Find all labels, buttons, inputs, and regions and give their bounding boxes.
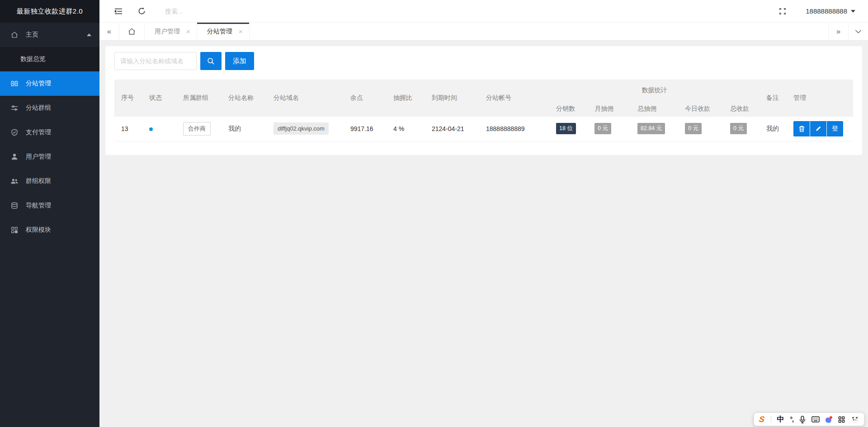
global-search-input[interactable] <box>165 8 355 15</box>
paw-dot <box>830 416 832 419</box>
cell-commission-rate: 4 % <box>387 117 425 141</box>
total-income-badge: 0 元 <box>730 123 747 134</box>
sidebar-item-label: 导航管理 <box>26 202 51 210</box>
refresh-icon[interactable] <box>137 7 146 15</box>
tabs-scroll-left-button[interactable]: « <box>99 23 119 40</box>
add-button[interactable]: 添加 <box>225 52 254 70</box>
sidebar-item-label: 数据总览 <box>20 55 46 63</box>
content-area: 添加 序号 状态 所属群组 分站名称 分站域名 余点 <box>99 41 868 427</box>
sites-table: 序号 状态 所属群组 分站名称 分站域名 余点 抽拥比 到期时间 分站帐号 数据… <box>114 80 853 141</box>
topbar-right: 18888888888 <box>778 7 868 15</box>
sidebar-item-user-management[interactable]: 用户管理 <box>0 145 99 169</box>
today-income-badge: 0 元 <box>685 123 702 134</box>
col-expire-date: 到期时间 <box>425 80 479 117</box>
tabs-menu-button[interactable] <box>848 23 868 40</box>
home-icon <box>10 31 19 39</box>
caret-up-icon <box>87 33 91 36</box>
punctuation-mode-icon[interactable]: °, <box>790 416 794 422</box>
archive-icon <box>10 202 19 210</box>
sidebar-item-data-overview[interactable]: 数据总览 <box>0 47 99 71</box>
search-button[interactable] <box>200 52 222 70</box>
shield-check-icon <box>10 128 19 136</box>
users-icon <box>10 177 19 185</box>
sogou-logo-icon[interactable]: S <box>759 415 765 423</box>
modules-icon <box>10 226 19 234</box>
sidebar-item-group-permissions[interactable]: 群组权限 <box>0 169 99 193</box>
col-total-commission: 总抽佣 <box>631 101 678 117</box>
tabs-scroll-right-button[interactable]: » <box>828 23 848 40</box>
col-balance: 余点 <box>344 80 387 117</box>
sidebar-item-label: 主页 <box>26 31 38 39</box>
domain-tag[interactable]: dlffjq02.qkvip.com <box>274 122 329 135</box>
col-today-income: 今日收款 <box>678 101 723 117</box>
pencil-icon <box>815 125 822 132</box>
table-row: 13 合作商 我的 dlffjq02.qkvip.com 9917.16 4 %… <box>114 117 853 141</box>
col-status: 状态 <box>142 80 176 117</box>
sidebar-item-navigation-management[interactable]: 导航管理 <box>0 193 99 218</box>
language-mode-icon[interactable]: 中 <box>777 416 784 423</box>
row-action-group: 登 <box>793 121 843 136</box>
sidebar-item-site-management[interactable]: 分站管理 <box>0 71 99 96</box>
username: 18888888888 <box>806 7 847 15</box>
distributors-badge: 18 位 <box>556 123 576 134</box>
col-remark: 备注 <box>760 80 787 117</box>
col-group: 所属群组 <box>176 80 222 117</box>
tab-user-management[interactable]: 用户管理 × <box>145 23 197 40</box>
group-tag: 合作商 <box>183 122 211 136</box>
cell-account: 18888888889 <box>479 117 549 141</box>
mascot-icon[interactable] <box>851 415 859 423</box>
sidebar-item-home[interactable]: 主页 <box>0 23 99 47</box>
tab-home-button[interactable] <box>119 23 145 40</box>
col-manage: 管理 <box>787 80 853 117</box>
col-domain: 分站域名 <box>267 80 344 117</box>
cell-group: 合作商 <box>176 117 222 141</box>
col-total-income: 总收款 <box>723 101 760 117</box>
microphone-icon[interactable] <box>799 416 806 423</box>
sidebar-item-label: 用户管理 <box>26 153 51 161</box>
sidebar-item-label: 支付管理 <box>26 128 51 136</box>
columns-icon <box>10 80 19 88</box>
cell-expire-date: 2124-04-21 <box>425 117 479 141</box>
col-site-name: 分站名称 <box>222 80 267 117</box>
cell-seq: 13 <box>114 117 142 141</box>
app-title: 最新独立收款进群2.0 <box>0 0 99 23</box>
tabbar-spacer <box>250 23 828 40</box>
total-commission-badge: 82.84 元 <box>637 123 665 134</box>
sidebar-submenu: 数据总览 <box>0 47 99 71</box>
tab-bar: « 用户管理 × 分站管理 × » <box>99 23 868 41</box>
sidebar-item-payment-management[interactable]: 支付管理 <box>0 120 99 145</box>
sidebar-item-label: 群组权限 <box>26 177 51 185</box>
tab-site-management[interactable]: 分站管理 × <box>197 23 250 40</box>
cell-total-income: 0 元 <box>723 117 760 141</box>
sidebar-item-label: 权限模块 <box>26 226 51 234</box>
cell-distributors: 18 位 <box>549 117 588 141</box>
table-header: 序号 状态 所属群组 分站名称 分站域名 余点 抽拥比 到期时间 分站帐号 数据… <box>114 80 853 117</box>
close-icon[interactable]: × <box>239 28 243 35</box>
tab-label: 分站管理 <box>207 28 232 36</box>
status-dot <box>149 127 153 131</box>
col-group-statistics: 数据统计 <box>549 80 760 101</box>
login-button[interactable]: 登 <box>827 121 843 136</box>
sidebar-item-site-groups[interactable]: 分站群组 <box>0 96 99 120</box>
edit-button[interactable] <box>810 121 826 136</box>
cell-total-commission: 82.84 元 <box>631 117 678 141</box>
sidebar-item-label: 分站群组 <box>26 104 51 112</box>
apps-grid-icon[interactable] <box>838 416 845 423</box>
divider <box>771 416 771 423</box>
home-icon <box>127 27 136 36</box>
ime-toolbar: S 中 °, <box>754 413 864 426</box>
sidebar-item-permission-modules[interactable]: 权限模块 <box>0 218 99 242</box>
paw-icon[interactable] <box>826 416 832 423</box>
collapse-sidebar-icon[interactable] <box>114 7 123 15</box>
col-month-commission: 月抽佣 <box>588 101 631 117</box>
filter-toolbar: 添加 <box>114 52 853 70</box>
fullscreen-icon[interactable] <box>778 7 787 15</box>
keyboard-icon[interactable] <box>811 416 820 422</box>
user-icon <box>10 153 19 161</box>
site-filter-input[interactable] <box>114 52 197 70</box>
close-icon[interactable]: × <box>186 28 190 35</box>
user-menu[interactable]: 18888888888 <box>806 7 855 15</box>
site-management-panel: 添加 序号 状态 所属群组 分站名称 分站域名 余点 <box>105 46 862 155</box>
delete-button[interactable] <box>793 121 810 136</box>
cell-site-name: 我的 <box>222 117 267 141</box>
